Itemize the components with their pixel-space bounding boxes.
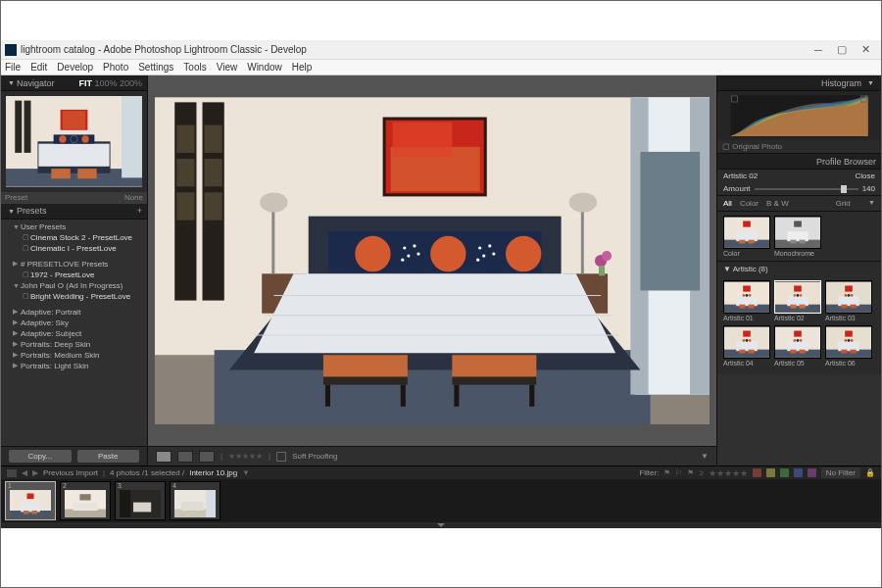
- preset-group[interactable]: ▶# PRESETLOVE Presets: [1, 259, 147, 270]
- preset-item[interactable]: ▢Cinematic I - PresetLove: [1, 243, 147, 254]
- filmstrip-thumb[interactable]: 4: [170, 481, 220, 520]
- zoom-200[interactable]: 200%: [120, 78, 142, 88]
- preset-item[interactable]: ▶Adaptive: Sky: [1, 318, 147, 328]
- filter-label-yellow[interactable]: [766, 468, 775, 477]
- preset-item[interactable]: ▢1972 - PresetLove: [1, 270, 147, 280]
- profile-browser-label: Profile Browser: [816, 157, 876, 167]
- profile-thumb[interactable]: Artistic 03: [825, 280, 872, 321]
- menu-edit[interactable]: Edit: [30, 62, 47, 73]
- menu-settings[interactable]: Settings: [138, 62, 173, 73]
- svg-rect-80: [743, 221, 751, 227]
- menu-photo[interactable]: Photo: [103, 62, 128, 73]
- presets-tree: ▼User Presets ▢Cinema Stock 2 - PresetLo…: [1, 220, 147, 446]
- rating-stars[interactable]: ★★★★★: [228, 452, 263, 461]
- preset-item[interactable]: ▶Adaptive: Subject: [1, 328, 147, 339]
- menu-file[interactable]: File: [5, 62, 21, 73]
- profile-browser-header[interactable]: Profile Browser: [717, 154, 881, 170]
- histogram-display[interactable]: [717, 91, 881, 140]
- before-after-lr-button[interactable]: [177, 451, 193, 463]
- svg-rect-25: [176, 159, 194, 186]
- before-after-tb-button[interactable]: [199, 451, 215, 463]
- favorites-grid: Color Monochrome: [717, 212, 881, 261]
- svg-point-38: [260, 192, 287, 212]
- filter-label-blue[interactable]: [794, 468, 803, 477]
- filmstrip-track[interactable]: 1234: [1, 479, 881, 522]
- tab-color[interactable]: Color: [740, 199, 759, 208]
- tab-all[interactable]: All: [723, 199, 732, 208]
- preset-item[interactable]: ▶Portraits: Deep Skin: [1, 339, 147, 350]
- flag-unflagged-icon[interactable]: ⚐: [675, 468, 682, 477]
- navigator-preview[interactable]: [1, 91, 147, 192]
- filter-lock-icon[interactable]: 🔒: [865, 468, 875, 477]
- copy-button[interactable]: Copy...: [9, 450, 72, 463]
- svg-point-58: [492, 252, 495, 255]
- menu-window[interactable]: Window: [247, 62, 282, 73]
- paste-button[interactable]: Paste: [77, 450, 140, 463]
- zoom-100[interactable]: 100%: [94, 78, 117, 88]
- filmstrip-thumb[interactable]: 2: [60, 481, 111, 520]
- preset-strip-label: Preset: [5, 193, 27, 202]
- filmstrip-thumb[interactable]: 1: [5, 481, 56, 520]
- preset-group[interactable]: ▼John Paul O (Ad In Progress): [1, 280, 147, 291]
- nav-prev-icon[interactable]: ◀: [22, 468, 27, 477]
- toolbar-menu-icon[interactable]: ▼: [701, 452, 709, 461]
- app-icon: [5, 44, 17, 56]
- current-profile-name: Artistic 02: [723, 172, 758, 180]
- softproof-checkbox[interactable]: [276, 452, 286, 462]
- minimize-button[interactable]: ─: [807, 40, 830, 60]
- filter-label-purple[interactable]: [808, 468, 816, 477]
- loupe-view-button[interactable]: [156, 451, 172, 463]
- main-photo[interactable]: [155, 81, 710, 440]
- svg-point-57: [482, 254, 485, 257]
- secondary-toolbar: | ★★★★★ | Soft Proofing ▼: [148, 446, 716, 466]
- close-button[interactable]: ✕: [854, 40, 877, 60]
- close-profile-browser[interactable]: Close: [856, 172, 875, 180]
- menu-tools[interactable]: Tools: [183, 62, 206, 73]
- artistic-section-header[interactable]: ▼ Artistic (8): [717, 261, 881, 276]
- preset-group[interactable]: ▼User Presets: [1, 221, 147, 232]
- tab-bw[interactable]: B & W: [766, 199, 789, 208]
- preset-item[interactable]: ▢Bright Wedding - PresetLove: [1, 291, 147, 302]
- profile-thumb[interactable]: Artistic 05: [774, 325, 821, 367]
- menu-develop[interactable]: Develop: [57, 62, 93, 73]
- zoom-fit[interactable]: FIT: [78, 78, 92, 88]
- filter-label-red[interactable]: [753, 468, 761, 477]
- profile-thumb[interactable]: Artistic 01: [723, 280, 770, 321]
- filter-label-green[interactable]: [780, 468, 789, 477]
- profile-thumb[interactable]: Artistic 06: [825, 325, 872, 367]
- menu-help[interactable]: Help: [292, 62, 313, 73]
- rating-geq[interactable]: ≥: [699, 468, 703, 477]
- svg-rect-137: [845, 331, 853, 337]
- filter-stars[interactable]: ★★★★★: [709, 468, 748, 478]
- profile-thumb[interactable]: Artistic 04: [723, 325, 770, 367]
- menu-view[interactable]: View: [217, 62, 238, 73]
- nav-next-icon[interactable]: ▶: [32, 468, 38, 477]
- svg-point-94: [746, 294, 749, 297]
- svg-point-103: [797, 294, 800, 297]
- presets-add-icon[interactable]: +: [137, 206, 142, 216]
- svg-point-53: [430, 236, 466, 271]
- svg-point-50: [407, 254, 410, 257]
- maximize-button[interactable]: ▢: [830, 40, 854, 60]
- secondary-display-button[interactable]: [7, 469, 17, 477]
- menubar: File Edit Develop Photo Settings Tools V…: [1, 60, 881, 75]
- preset-item[interactable]: ▶Adaptive: Portrait: [1, 307, 147, 318]
- preset-item[interactable]: ▢Cinema Stock 2 - PresetLove: [1, 232, 147, 243]
- amount-slider[interactable]: [755, 188, 858, 190]
- profile-thumb[interactable]: Color: [723, 216, 770, 257]
- svg-rect-69: [401, 384, 406, 406]
- preset-item[interactable]: ▶Portraits: Medium Skin: [1, 350, 147, 361]
- flag-picked-icon[interactable]: ⚑: [663, 468, 670, 477]
- flag-rejected-icon[interactable]: ⚑: [687, 468, 694, 477]
- profile-thumb[interactable]: Artistic 02: [774, 280, 821, 321]
- presets-header[interactable]: ▼ Presets +: [1, 204, 147, 220]
- filmstrip-thumb[interactable]: 3: [115, 481, 166, 520]
- histogram-header[interactable]: Histogram ▼: [717, 75, 881, 91]
- svg-point-9: [81, 135, 88, 142]
- filter-preset[interactable]: No Filter: [821, 467, 860, 478]
- navigator-header[interactable]: ▼ Navigator FIT 100% 200%: [1, 75, 147, 91]
- filmstrip-source[interactable]: Previous Import: [43, 468, 98, 477]
- grid-view-label[interactable]: Grid: [836, 199, 851, 208]
- profile-thumb[interactable]: Monochrome: [774, 216, 821, 257]
- preset-item[interactable]: ▶Portraits: Light Skin: [1, 361, 147, 371]
